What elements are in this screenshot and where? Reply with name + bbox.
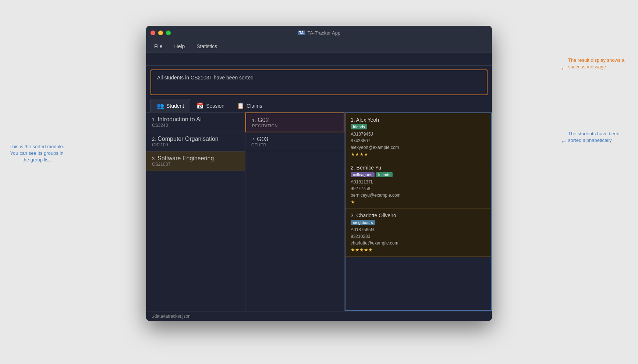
tag-colleagues: colleagues [351, 172, 375, 177]
annotation-left: This is the sorted module. You can see i… [7, 143, 66, 164]
student-phone: 93210283 [351, 233, 486, 240]
claims-tab-icon: 📋 [237, 102, 244, 109]
tab-claims[interactable]: 📋 Claims [231, 99, 269, 112]
app-window: TA TA-Tracker App File Help Statistics A… [146, 26, 492, 321]
titlebar: TA TA-Tracker App [146, 26, 492, 40]
window-controls [150, 31, 171, 35]
menu-statistics[interactable]: Statistics [194, 42, 219, 51]
group-number: 2. [251, 137, 255, 142]
maximize-button[interactable] [166, 31, 171, 35]
student-rating: ★ [351, 199, 486, 205]
group-list: 1. G02 RECITATION 2. G03 OTHER [245, 113, 345, 311]
group-item-active[interactable]: 1. G02 RECITATION [245, 113, 344, 132]
student-id: A0187565N [351, 226, 486, 233]
student-name: 1. Alex Yeoh [351, 117, 486, 123]
group-type: RECITATION [252, 124, 338, 128]
module-number: 1. [152, 117, 156, 122]
student-number: 3. [351, 213, 355, 218]
student-email: charlotte@example.com [351, 240, 486, 246]
annotation-right-bottom: The students have been sorted alphabetic… [568, 131, 631, 144]
group-name-text: G02 [258, 117, 269, 123]
module-number: 3. [152, 156, 156, 161]
tab-student-label: Student [166, 103, 184, 109]
module-code: CS2103T [152, 162, 239, 167]
student-rating: ★★★★ [351, 151, 486, 157]
student-email: alexyeoh@example.com [351, 144, 486, 151]
student-name: 3. Charlotte Oliveiro [351, 213, 486, 218]
student-tags: colleagues friends [351, 172, 486, 177]
annotation-right-top-arrow: ← [560, 65, 567, 73]
tag-friends: friends [351, 124, 367, 129]
group-type: OTHER [251, 143, 339, 147]
student-number: 1. [351, 117, 355, 123]
menubar: File Help Statistics [146, 40, 492, 53]
tabbar: 👥 Student 📅 Session 📋 Claims [146, 99, 492, 113]
student-tags: neighbours [351, 220, 486, 225]
main-content: 1. Introduction to AI CS3243 2. Computer… [146, 113, 492, 311]
tab-session[interactable]: 📅 Session [190, 99, 231, 112]
menu-help[interactable]: Help [172, 42, 187, 51]
close-button[interactable] [150, 31, 155, 35]
annotation-left-text: This is the sorted module. You can see i… [10, 144, 64, 163]
student-id: A0187945J [351, 131, 486, 138]
module-name-text: Software Engineering [157, 155, 214, 161]
status-path: ./data/tatracker.json [152, 314, 191, 319]
student-phone: 87438807 [351, 138, 486, 144]
annotation-right-top-text: The result display shows a success messa… [568, 57, 624, 69]
module-name-text: Computer Organisation [157, 136, 218, 142]
tab-session-label: Session [206, 103, 224, 109]
student-item[interactable]: 1. Alex Yeoh friends A0187945J 87438807 … [345, 113, 491, 161]
result-display: All students in CS2103T have been sorted [150, 69, 488, 95]
tag-neighbours: neighbours [351, 220, 375, 225]
student-tags: friends [351, 124, 486, 129]
menu-file[interactable]: File [152, 42, 165, 51]
session-tab-icon: 📅 [196, 102, 204, 109]
student-email: berniceyu@example.com [351, 192, 486, 199]
module-item[interactable]: 2. Computer Organisation CS2100 [146, 132, 245, 151]
module-name-text: Introduction to AI [157, 116, 202, 122]
annotation-right-bottom-text: The students have been sorted alphabetic… [568, 131, 620, 143]
statusbar: ./data/tatracker.json [146, 311, 492, 321]
student-tab-icon: 👥 [157, 102, 164, 109]
student-id: A0181137L [351, 179, 486, 185]
group-item[interactable]: 2. G03 OTHER [245, 132, 344, 151]
student-list: 1. Alex Yeoh friends A0187945J 87438807 … [345, 113, 492, 311]
annotation-right-top: The result display shows a success messa… [568, 57, 631, 70]
student-name-text: Charlotte Oliveiro [357, 213, 396, 218]
student-item[interactable]: 3. Charlotte Oliveiro neighbours A018756… [345, 209, 491, 257]
group-number: 1. [252, 118, 256, 123]
module-item-active[interactable]: 3. Software Engineering CS2103T [146, 151, 245, 171]
student-name-text: Alex Yeoh [356, 117, 379, 123]
module-code: CS2100 [152, 142, 239, 147]
student-item[interactable]: 2. Bernice Yu colleagues friends A018113… [345, 161, 491, 209]
window-title: TA TA-Tracker App [298, 30, 340, 36]
student-number: 2. [351, 165, 355, 171]
ta-badge: TA [298, 31, 305, 35]
module-number: 2. [152, 136, 156, 142]
annotation-left-arrow: → [67, 150, 74, 158]
student-rating: ★★★★★ [351, 247, 486, 253]
tag-friends: friends [376, 172, 393, 177]
module-item[interactable]: 1. Introduction to AI CS3243 [146, 113, 245, 132]
module-list: 1. Introduction to AI CS3243 2. Computer… [146, 113, 245, 311]
student-name: 2. Bernice Yu [351, 165, 486, 171]
tab-claims-label: Claims [247, 103, 262, 109]
group-name-text: G03 [257, 136, 268, 142]
annotation-right-bottom-arrow: ← [560, 138, 567, 146]
result-message: All students in CS2103T have been sorted [157, 75, 254, 81]
tab-student[interactable]: 👥 Student [150, 99, 190, 112]
app-title: TA-Tracker App [308, 30, 341, 36]
minimize-button[interactable] [158, 31, 163, 35]
command-input[interactable] [150, 56, 488, 62]
student-name-text: Bernice Yu [357, 165, 381, 171]
student-phone: 99272758 [351, 185, 486, 192]
module-code: CS3243 [152, 123, 239, 128]
command-bar [146, 53, 492, 66]
